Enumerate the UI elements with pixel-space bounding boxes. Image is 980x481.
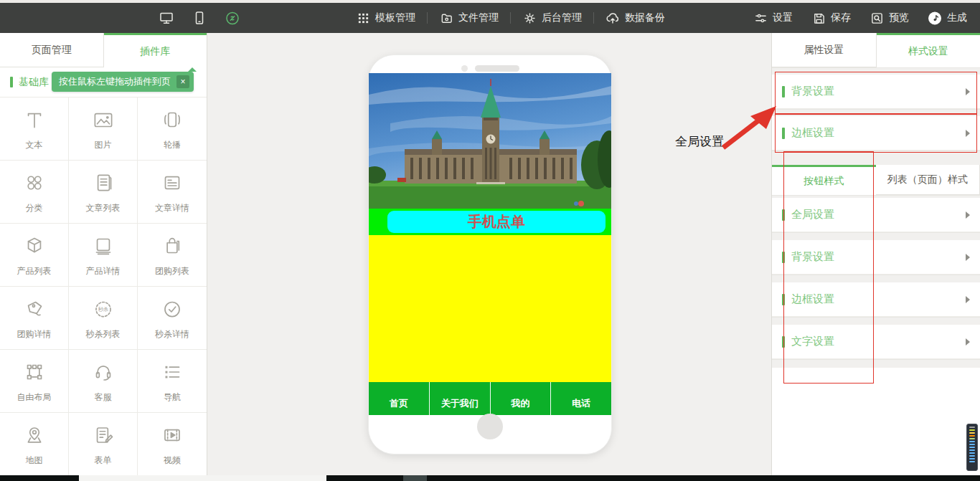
plugin-category[interactable]: 分类 xyxy=(0,161,69,224)
chevron-right-icon xyxy=(966,254,970,261)
tooltip-close-icon[interactable]: × xyxy=(176,75,189,88)
plugin-navigation[interactable]: 导航 xyxy=(138,350,207,413)
menu-label: 数据备份 xyxy=(625,11,665,24)
accordion-button-background-settings[interactable]: 背景设置 xyxy=(772,240,980,275)
plugin-groupbuy-detail[interactable]: 团购详情 xyxy=(0,287,69,350)
action-label: 保存 xyxy=(831,11,851,24)
save-button[interactable]: 保存 xyxy=(811,11,851,25)
order-button[interactable]: 手机点单 xyxy=(387,211,606,233)
drag-hint-tooltip: 按住鼠标左键拖动插件到页 × xyxy=(52,72,194,92)
menu-file-manage[interactable]: 文件管理 xyxy=(439,11,499,25)
hero-image[interactable] xyxy=(369,73,611,209)
accordion-border-settings[interactable]: 边框设置 xyxy=(772,116,980,151)
phone-home-button xyxy=(477,414,503,439)
nav-about[interactable]: 关于我们 xyxy=(430,382,491,415)
menu-backend-manage[interactable]: 后台管理 xyxy=(522,11,582,25)
product-list-icon xyxy=(21,232,48,259)
accordion-background-settings[interactable]: 背景设置 xyxy=(772,75,980,109)
accordion-text-settings[interactable]: 文字设置 xyxy=(772,325,980,359)
plugin-customer-service[interactable]: 客服 xyxy=(69,350,138,413)
plugin-carousel[interactable]: 轮播 xyxy=(138,97,207,161)
sidebar-tabs: 页面管理 插件库 xyxy=(0,33,207,67)
chevron-right-icon xyxy=(966,296,970,303)
tab-plugin-library[interactable]: 插件库 xyxy=(104,33,207,67)
basic-library-label: 基础库 xyxy=(19,76,49,89)
generate-note-icon xyxy=(928,11,942,25)
nav-list-icon xyxy=(159,358,186,386)
device-toggle-group xyxy=(159,3,240,33)
tab-button-style[interactable]: 按钮样式 xyxy=(772,165,876,195)
content-placeholder-block[interactable] xyxy=(369,235,611,382)
link-icon[interactable] xyxy=(225,11,240,25)
generate-button[interactable]: 生成 xyxy=(928,11,967,25)
green-bar xyxy=(782,86,785,97)
menu-label: 文件管理 xyxy=(458,11,499,24)
nav-phone[interactable]: 电话 xyxy=(551,382,611,415)
camera-dot xyxy=(461,65,468,72)
green-bar xyxy=(10,77,13,87)
style-sub-tabs: 按钮样式 列表（页面）样式 xyxy=(772,165,980,195)
banner-strip[interactable]: 手机点单 xyxy=(369,209,611,235)
accordion-global-settings[interactable]: 全局设置 xyxy=(772,198,980,232)
gap xyxy=(772,317,980,325)
edge-extension-widget[interactable] xyxy=(966,424,978,471)
headset-icon xyxy=(90,358,117,386)
carousel-icon xyxy=(159,106,186,133)
plugin-article-detail[interactable]: 文章详情 xyxy=(138,161,207,224)
mobile-preview-icon[interactable] xyxy=(192,11,207,25)
plugin-groupbuy-list[interactable]: 团购列表 xyxy=(138,224,207,287)
menu-data-backup[interactable]: 数据备份 xyxy=(606,11,665,25)
tab-page-manage[interactable]: 页面管理 xyxy=(0,33,104,67)
preview-magnifier-icon xyxy=(870,11,884,25)
desktop-preview-icon[interactable] xyxy=(159,11,174,25)
plugin-seckill-detail[interactable]: 秒杀详情 xyxy=(138,287,207,350)
tab-list-page-style[interactable]: 列表（页面）样式 xyxy=(876,165,980,195)
article-list-icon xyxy=(90,169,117,196)
gear-icon xyxy=(522,11,537,25)
plugin-free-layout[interactable]: 自由布局 xyxy=(0,350,69,413)
tab-style-settings[interactable]: 样式设置 xyxy=(877,33,980,67)
gap xyxy=(772,275,980,282)
settings-tabs: 属性设置 样式设置 xyxy=(772,33,980,67)
horizontal-scrollbar-thumb[interactable] xyxy=(79,475,326,481)
free-layout-icon xyxy=(21,358,48,386)
accordion-button-border-settings[interactable]: 边框设置 xyxy=(772,282,980,317)
green-bar xyxy=(782,252,785,263)
plugin-product-list[interactable]: 产品列表 xyxy=(0,224,69,287)
seckill-list-icon: 秒杀 xyxy=(90,295,117,323)
plugin-text[interactable]: 文本 xyxy=(0,97,69,161)
article-detail-icon xyxy=(159,169,186,196)
chevron-right-icon xyxy=(966,130,970,137)
chevron-right-icon xyxy=(966,211,970,219)
plugin-form[interactable]: 表单 xyxy=(69,413,138,476)
preview-button[interactable]: 预览 xyxy=(870,11,909,25)
groupbuy-list-icon xyxy=(159,232,186,259)
settings-button[interactable]: 设置 xyxy=(753,11,793,25)
tooltip-pointer xyxy=(188,67,197,72)
sliders-icon xyxy=(753,11,768,25)
plugin-image[interactable]: 图片 xyxy=(69,97,138,161)
nav-home[interactable]: 首页 xyxy=(369,382,430,415)
plugin-sidebar: 页面管理 插件库 基础库 文本 图片 轮播 分类 xyxy=(0,33,207,475)
phone-screen: 手机点单 首页 关于我们 我的 电话 xyxy=(369,73,611,415)
editor-canvas[interactable]: 手机点单 首页 关于我们 我的 电话 xyxy=(208,33,771,475)
separator xyxy=(593,12,594,24)
svg-text:秒杀: 秒杀 xyxy=(98,306,108,313)
menu-label: 模板管理 xyxy=(375,11,415,24)
green-bar xyxy=(782,294,785,305)
plugin-seckill-list[interactable]: 秒杀 秒杀列表 xyxy=(69,287,138,350)
speaker-pill xyxy=(475,65,519,72)
gap xyxy=(772,232,980,240)
plugin-map[interactable]: 地图 xyxy=(0,413,69,476)
plugin-article-list[interactable]: 文章列表 xyxy=(69,161,138,224)
form-icon xyxy=(90,422,117,449)
separator xyxy=(427,12,428,24)
plugin-product-detail[interactable]: 产品详情 xyxy=(69,224,138,287)
image-icon xyxy=(90,106,117,133)
tab-property-settings[interactable]: 属性设置 xyxy=(772,33,877,67)
menu-template-manage[interactable]: 模板管理 xyxy=(356,11,415,25)
video-icon xyxy=(159,422,186,449)
settings-panel: 属性设置 样式设置 背景设置 边框设置 按钮样式 列表（页面）样式 全局设置 xyxy=(771,33,980,475)
plugin-video[interactable]: 视频 xyxy=(138,413,207,476)
nav-mine[interactable]: 我的 xyxy=(491,382,552,415)
